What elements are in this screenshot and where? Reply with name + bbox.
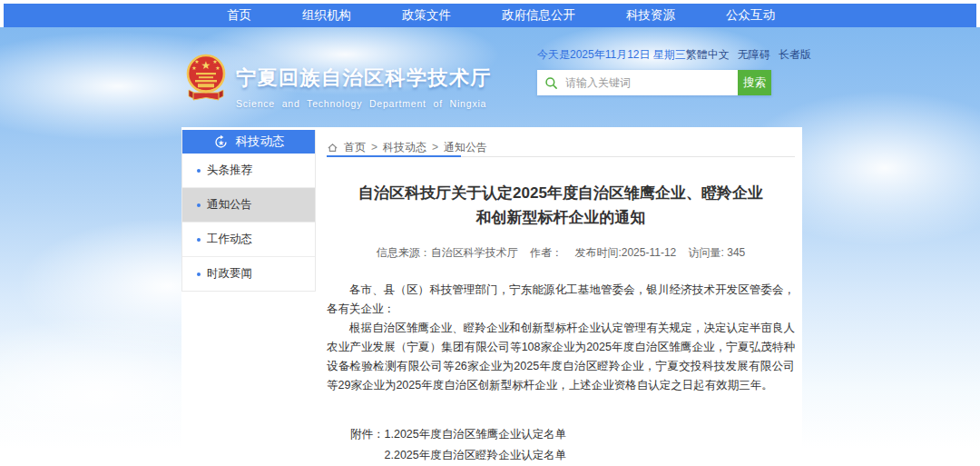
- svg-text:★: ★: [191, 65, 196, 71]
- svg-text:★: ★: [201, 59, 211, 72]
- site-subtitle: Science and Technology Department of Nin…: [236, 98, 492, 109]
- sidebar-item-label: 工作动态: [207, 232, 252, 247]
- breadcrumb-separator: >: [371, 141, 377, 154]
- content-card: ★ 科技动态 头条推荐 通知公告 工作动态 时政要闻: [181, 127, 802, 466]
- current-date: 今天是2025年11月12日 星期三: [537, 47, 686, 63]
- sidebar-item-headline-recommend[interactable]: 头条推荐: [182, 154, 315, 188]
- site-header: ★ ★ ★ ★ ★ 宁夏回族自治区科学技术厅 Science and Techn…: [184, 53, 492, 111]
- bullet-dot-icon: [197, 203, 201, 207]
- article-paragraph: 根据自治区雏鹰企业、瞪羚企业和创新型标杆企业认定管理有关规定，决定认定半亩良人农…: [327, 319, 795, 395]
- link-elderly-version[interactable]: 长者版: [779, 47, 811, 63]
- search-bar: 搜索: [537, 70, 771, 95]
- search-icon: [544, 76, 558, 90]
- header-utility-area: 今天是2025年11月12日 星期三 繁體中文 无障碍 长者版 搜索: [537, 47, 795, 95]
- breadcrumb-active-underline: [327, 155, 461, 157]
- breadcrumb-separator: >: [432, 141, 438, 154]
- sidebar-header: ★ 科技动态: [182, 130, 315, 154]
- link-accessibility[interactable]: 无障碍: [738, 47, 770, 63]
- sidebar-item-current-politics[interactable]: 时政要闻: [182, 257, 315, 291]
- article-paragraph: 各市、县（区）科技管理部门，宁东能源化工基地管委会，银川经济技术开发区管委会，各…: [327, 281, 795, 319]
- attachment-link-2[interactable]: 2.2025年度自治区瞪羚企业认定名单: [385, 445, 601, 466]
- svg-text:★: ★: [217, 138, 223, 146]
- breadcrumb: 首页 > 科技动态 > 通知公告: [327, 127, 795, 157]
- circular-star-icon: ★: [213, 134, 229, 150]
- article-area: 首页 > 科技动态 > 通知公告 自治区科技厅关于认定2025年度自治区雏鹰企业…: [327, 127, 795, 466]
- sidebar-item-label: 时政要闻: [207, 266, 252, 282]
- breadcrumb-home[interactable]: 首页: [344, 140, 366, 155]
- nav-item-public-interaction[interactable]: 公众互动: [726, 7, 775, 24]
- national-emblem-logo-icon[interactable]: ★ ★ ★ ★ ★: [184, 53, 228, 111]
- meta-views: 访问量: 345: [689, 246, 746, 259]
- bullet-dot-icon: [197, 273, 201, 276]
- sidebar-item-label: 通知公告: [207, 197, 252, 213]
- bullet-dot-icon: [197, 238, 201, 242]
- article-title-line: 自治区科技厅关于认定2025年度自治区雏鹰企业、瞪羚企业: [327, 181, 795, 205]
- nav-item-home[interactable]: 首页: [227, 7, 251, 24]
- sidebar-item-notices[interactable]: 通知公告: [182, 188, 315, 223]
- bullet-dot-icon: [197, 169, 201, 173]
- top-navigation: 首页 组织机构 政策文件 政府信息公开 科技资源 公众互动: [4, 4, 976, 27]
- home-icon: [327, 142, 338, 154]
- meta-source: 信息来源：自治区科学技术厅: [377, 246, 518, 259]
- link-traditional-chinese[interactable]: 繁體中文: [686, 47, 730, 63]
- article-meta: 信息来源：自治区科学技术厅 作者： 发布时间:2025-11-12 访问量: 3…: [327, 245, 795, 261]
- attachments-label: 附件：: [350, 424, 385, 466]
- site-title: 宁夏回族自治区科学技术厅: [236, 64, 492, 92]
- article-title: 自治区科技厅关于认定2025年度自治区雏鹰企业、瞪羚企业 和创新型标杆企业的通知: [327, 181, 795, 230]
- meta-publish-date: 发布时间:2025-11-12: [574, 246, 676, 259]
- nav-item-policy-documents[interactable]: 政策文件: [402, 7, 451, 24]
- nav-item-gov-info-disclosure[interactable]: 政府信息公开: [502, 7, 575, 24]
- nav-item-organization[interactable]: 组织机构: [302, 7, 351, 24]
- attachment-link-1[interactable]: 1.2025年度自治区雏鹰企业认定名单: [385, 424, 601, 445]
- svg-text:★: ★: [215, 65, 220, 71]
- article-title-line: 和创新型标杆企业的通知: [327, 205, 795, 230]
- svg-text:★: ★: [212, 59, 217, 64]
- sidebar: ★ 科技动态 头条推荐 通知公告 工作动态 时政要闻: [181, 130, 316, 292]
- meta-author: 作者：: [530, 246, 563, 259]
- sidebar-title: 科技动态: [236, 134, 285, 150]
- attachments-section: 附件： 1.2025年度自治区雏鹰企业认定名单 2.2025年度自治区瞪羚企业认…: [350, 424, 795, 466]
- search-button[interactable]: 搜索: [738, 70, 771, 95]
- breadcrumb-notices[interactable]: 通知公告: [444, 140, 487, 155]
- svg-text:★: ★: [194, 59, 199, 64]
- breadcrumb-tech-news[interactable]: 科技动态: [383, 140, 426, 155]
- search-input[interactable]: [564, 75, 730, 90]
- sidebar-item-label: 头条推荐: [207, 163, 252, 178]
- sidebar-item-work-updates[interactable]: 工作动态: [182, 223, 315, 257]
- page: 首页 组织机构 政策文件 政府信息公开 科技资源 公众互动 ★ ★ ★ ★ ★: [0, 0, 980, 466]
- nav-item-tech-resources[interactable]: 科技资源: [626, 7, 675, 24]
